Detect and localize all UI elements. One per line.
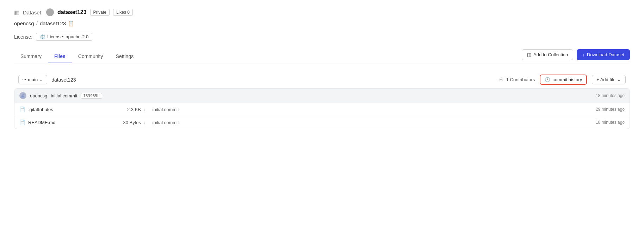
add-to-collection-button[interactable]: ◫ Add to Collection bbox=[522, 49, 573, 60]
license-icon: ⚖️ bbox=[40, 34, 45, 39]
license-value: License: apache-2.0 bbox=[47, 34, 88, 39]
file-browser: ⚰ main ⌄ dataset123 1 Contributors 🕐 bbox=[14, 71, 630, 129]
file-icon: 📄 bbox=[19, 120, 25, 125]
file-time: 29 minutes ago bbox=[596, 107, 625, 112]
contributors-count: 1 Contributors bbox=[506, 77, 535, 82]
commit-author: opencsg bbox=[30, 93, 47, 98]
file-time: 18 minutes ago bbox=[596, 120, 625, 125]
add-file-label: + Add file bbox=[596, 77, 615, 82]
actions: ◫ Add to Collection ↓ Download Dataset bbox=[522, 49, 630, 64]
commit-time: 18 minutes ago bbox=[596, 93, 625, 98]
commit-avatar bbox=[19, 92, 26, 99]
download-label: Download Dataset bbox=[587, 52, 624, 57]
file-commit: initial commit bbox=[145, 120, 596, 125]
private-badge: Private bbox=[90, 9, 110, 16]
branch-selector[interactable]: ⚰ main ⌄ bbox=[18, 75, 47, 84]
file-commit: initial commit bbox=[145, 107, 596, 112]
page-wrapper: ▩ Dataset: dataset123 Private Likes 0 op… bbox=[0, 0, 644, 244]
branch-name: main bbox=[28, 77, 38, 82]
commit-message: initial commit bbox=[51, 93, 77, 98]
file-name[interactable]: README.md bbox=[28, 120, 106, 125]
tabs: Summary Files Community Settings bbox=[14, 50, 140, 63]
repo-bar-left: ⚰ main ⌄ dataset123 bbox=[18, 75, 76, 84]
copy-icon[interactable]: 📋 bbox=[68, 21, 74, 26]
license-row: License: ⚖️ License: apache-2.0 bbox=[14, 33, 630, 41]
commit-history-label: commit history bbox=[552, 77, 582, 82]
download-dataset-button[interactable]: ↓ Download Dataset bbox=[577, 49, 630, 60]
clock-icon: 🕐 bbox=[545, 77, 550, 82]
dataset-icon: ▩ bbox=[14, 9, 19, 16]
breadcrumb-owner[interactable]: opencsg bbox=[14, 20, 34, 26]
breadcrumb: opencsg / dataset123 📋 bbox=[14, 20, 630, 26]
commit-hash[interactable]: 133965b bbox=[81, 93, 102, 99]
breadcrumb-repo[interactable]: dataset123 bbox=[40, 20, 66, 26]
likes-badge: Likes 0 bbox=[113, 9, 133, 16]
branch-icon: ⚰ bbox=[22, 77, 26, 82]
commit-history-button[interactable]: 🕐 commit history bbox=[540, 75, 587, 85]
repo-bar: ⚰ main ⌄ dataset123 1 Contributors 🕐 bbox=[14, 71, 630, 88]
file-icon: 📄 bbox=[19, 107, 25, 112]
commit-row: opencsg initial commit 133965b 18 minute… bbox=[14, 89, 630, 103]
chevron-down-icon-add: ⌄ bbox=[617, 77, 621, 82]
chevron-down-icon: ⌄ bbox=[39, 77, 43, 82]
contributors-icon bbox=[498, 76, 504, 83]
file-table: opencsg initial commit 133965b 18 minute… bbox=[14, 88, 630, 129]
file-name[interactable]: .gitattributes bbox=[28, 107, 106, 112]
add-collection-label: Add to Collection bbox=[533, 52, 568, 57]
breadcrumb-separator: / bbox=[36, 20, 38, 26]
avatar bbox=[46, 8, 54, 16]
file-size: 30 Bytes bbox=[106, 120, 141, 125]
header-row: ▩ Dataset: dataset123 Private Likes 0 bbox=[14, 8, 630, 16]
dataset-name: dataset123 bbox=[57, 9, 87, 15]
dataset-label: Dataset: bbox=[23, 9, 43, 15]
tab-summary[interactable]: Summary bbox=[14, 50, 48, 63]
license-label: License: bbox=[14, 34, 32, 40]
collection-icon: ◫ bbox=[527, 52, 531, 57]
svg-point-2 bbox=[23, 94, 24, 95]
tabs-actions-row: Summary Files Community Settings ◫ Add t… bbox=[14, 49, 630, 64]
add-file-button[interactable]: + Add file ⌄ bbox=[592, 75, 626, 84]
contributors: 1 Contributors bbox=[498, 76, 535, 83]
repo-path: dataset123 bbox=[51, 77, 76, 83]
tab-settings[interactable]: Settings bbox=[110, 50, 140, 63]
file-row: 📄 .gitattributes 2.3 KB ↓ initial commit… bbox=[14, 103, 630, 116]
repo-bar-right: 1 Contributors 🕐 commit history + Add fi… bbox=[498, 75, 626, 85]
file-row: 📄 README.md 30 Bytes ↓ initial commit 18… bbox=[14, 116, 630, 129]
tab-files[interactable]: Files bbox=[48, 50, 72, 63]
svg-point-0 bbox=[500, 77, 502, 79]
download-icon: ↓ bbox=[582, 52, 585, 57]
file-size: 2.3 KB bbox=[106, 107, 141, 112]
tab-community[interactable]: Community bbox=[72, 50, 110, 63]
license-badge: ⚖️ License: apache-2.0 bbox=[36, 33, 92, 41]
